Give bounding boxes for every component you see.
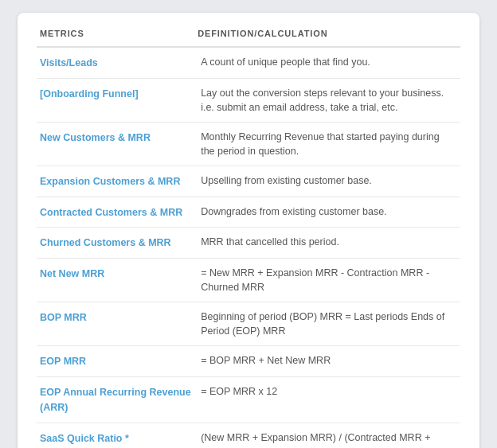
metric-cell: Expansion Customers & MRR — [37, 166, 198, 197]
metric-cell: SaaS Quick Ratio * — [37, 423, 198, 448]
metric-label: Net New MRR — [40, 268, 104, 279]
table-row: EOP Annual Recurring Revenue (ARR)= EOP … — [37, 376, 460, 423]
definition-cell: (New MRR + Expansion MRR) / (Contracted … — [198, 423, 460, 448]
col-header-metrics: METRICS — [37, 29, 198, 47]
metric-label: BOP MRR — [40, 312, 87, 323]
definition-cell: Upselling from existing customer base. — [198, 166, 460, 197]
definition-cell: Monthly Recurring Revenue that started p… — [198, 122, 460, 166]
definition-cell: Beginning of period (BOP) MRR = Last per… — [198, 302, 460, 345]
table-row: Visits/LeadsA count of unique people tha… — [37, 47, 460, 78]
table-row: SaaS Quick Ratio *(New MRR + Expansion M… — [37, 423, 460, 448]
metric-cell: BOP MRR — [37, 302, 198, 345]
metric-cell: Churned Customers & MRR — [37, 228, 198, 259]
metric-cell: EOP Annual Recurring Revenue (ARR) — [37, 376, 198, 423]
table-row: BOP MRRBeginning of period (BOP) MRR = L… — [37, 302, 460, 345]
definition-cell: A count of unique people that find you. — [198, 47, 460, 78]
table-row: [Onboarding Funnel]Lay out the conversio… — [37, 78, 460, 122]
metric-cell: Net New MRR — [37, 258, 198, 302]
definition-cell: MRR that cancelled this period. — [198, 228, 460, 259]
table-row: EOP MRR= BOP MRR + Net New MRR — [37, 346, 460, 377]
table-row: Contracted Customers & MRRDowngrades fro… — [37, 197, 460, 228]
metric-label: Churned Customers & MRR — [40, 237, 171, 248]
metrics-table: METRICS DEFINITION/CALCULATION Visits/Le… — [37, 29, 460, 448]
definition-cell: Downgrades from existing customer base. — [198, 197, 460, 228]
metric-label: New Customers & MRR — [40, 132, 151, 143]
metric-cell: [Onboarding Funnel] — [37, 78, 198, 122]
definition-cell: Lay out the conversion steps relevant to… — [198, 78, 460, 122]
table-row: Expansion Customers & MRRUpselling from … — [37, 166, 460, 197]
metric-label: Expansion Customers & MRR — [40, 176, 180, 187]
table-row: New Customers & MRRMonthly Recurring Rev… — [37, 122, 460, 166]
metric-label: [Onboarding Funnel] — [40, 88, 139, 99]
definition-cell: = EOP MRR x 12 — [198, 376, 460, 423]
definition-cell: = BOP MRR + Net New MRR — [198, 346, 460, 377]
metric-label: SaaS Quick Ratio * — [40, 433, 129, 444]
col-header-definition: DEFINITION/CALCULATION — [198, 29, 460, 47]
metric-label: EOP Annual Recurring Revenue (ARR) — [40, 387, 191, 414]
metric-label: Visits/Leads — [40, 57, 98, 68]
table-row: Net New MRR= New MRR + Expansion MRR - C… — [37, 258, 460, 302]
metric-cell: EOP MRR — [37, 346, 198, 377]
metric-cell: New Customers & MRR — [37, 122, 198, 166]
metric-cell: Contracted Customers & MRR — [37, 197, 198, 228]
table-row: Churned Customers & MRRMRR that cancelle… — [37, 228, 460, 259]
metric-label: EOP MRR — [40, 356, 86, 367]
metric-cell: Visits/Leads — [37, 47, 198, 78]
metrics-card: METRICS DEFINITION/CALCULATION Visits/Le… — [18, 13, 479, 448]
metric-label: Contracted Customers & MRR — [40, 207, 182, 218]
definition-cell: = New MRR + Expansion MRR - Contraction … — [198, 258, 460, 302]
